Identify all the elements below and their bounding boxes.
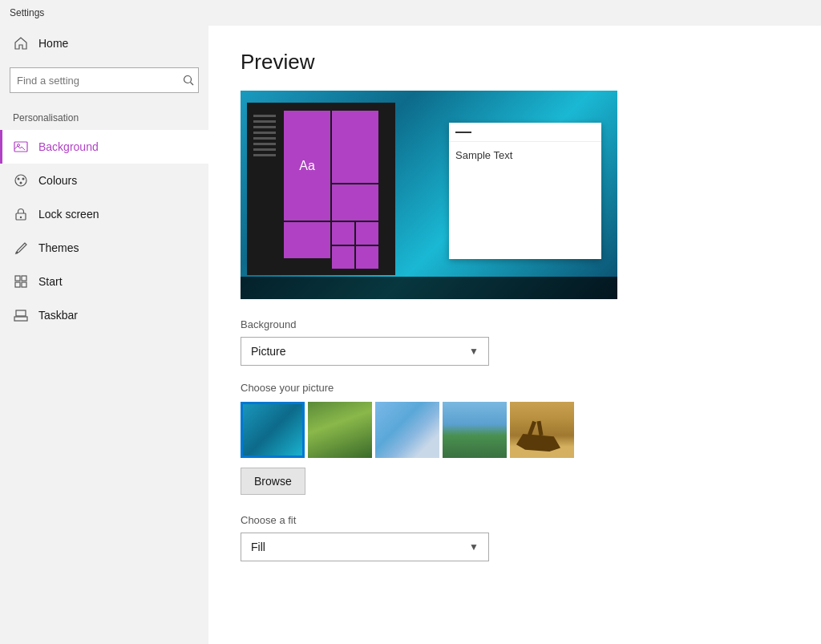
- search-button[interactable]: [183, 75, 194, 86]
- sidebar: Home Personalisation: [0, 26, 208, 644]
- palette-icon: [13, 172, 29, 188]
- svg-point-5: [18, 178, 20, 180]
- search-input[interactable]: [10, 67, 199, 93]
- preview-dialog: Sample Text: [449, 123, 601, 259]
- svg-point-4: [15, 175, 26, 186]
- sidebar-item-lock-screen[interactable]: Lock screen: [0, 197, 208, 231]
- home-nav-item[interactable]: Home: [0, 26, 208, 61]
- svg-point-10: [16, 252, 18, 254]
- preview-container: Aa: [241, 91, 617, 299]
- lock-icon: [13, 206, 29, 222]
- search-box: [10, 67, 199, 93]
- brush-icon: [13, 240, 29, 256]
- sidebar-item-themes[interactable]: Themes: [0, 231, 208, 265]
- start-label: Start: [38, 275, 63, 288]
- picture-thumbnails: [241, 402, 789, 458]
- home-icon: [13, 35, 29, 51]
- sample-text: Sample Text: [455, 149, 512, 161]
- image-icon: [13, 139, 29, 155]
- sidebar-item-taskbar[interactable]: Taskbar: [0, 298, 208, 332]
- sidebar-item-start[interactable]: Start: [0, 265, 208, 298]
- colours-label: Colours: [38, 174, 77, 187]
- background-label: Background: [38, 140, 99, 153]
- app-title: Settings: [10, 7, 44, 18]
- background-dropdown[interactable]: Picture ▼: [241, 337, 489, 366]
- svg-rect-14: [22, 282, 26, 287]
- page-title: Preview: [241, 50, 789, 75]
- choose-fit-label: Choose a fit: [241, 514, 789, 526]
- preview-taskbar: [241, 277, 617, 299]
- themes-label: Themes: [38, 241, 79, 254]
- home-label: Home: [38, 37, 68, 50]
- background-section-label: Background: [241, 318, 789, 330]
- background-dropdown-arrow: ▼: [469, 346, 479, 357]
- fit-dropdown-arrow: ▼: [469, 541, 479, 553]
- thumbnail-5[interactable]: [510, 402, 574, 458]
- svg-rect-16: [16, 310, 26, 316]
- preview-background: Aa: [241, 91, 617, 299]
- svg-rect-12: [22, 276, 26, 281]
- sidebar-item-background[interactable]: Background: [0, 130, 208, 164]
- taskbar-label: Taskbar: [38, 309, 78, 322]
- fit-dropdown[interactable]: Fill ▼: [241, 533, 489, 561]
- choose-picture-label: Choose your picture: [241, 382, 789, 394]
- svg-rect-15: [14, 317, 27, 321]
- personalisation-label: Personalisation: [0, 106, 208, 130]
- thumbnail-2[interactable]: [308, 402, 372, 458]
- fit-dropdown-value: Fill: [251, 541, 265, 553]
- svg-point-6: [22, 178, 25, 180]
- thumbnail-3[interactable]: [375, 402, 439, 458]
- background-dropdown-value: Picture: [251, 345, 286, 358]
- browse-button[interactable]: Browse: [241, 468, 305, 495]
- svg-point-7: [20, 182, 22, 184]
- thumbnail-4[interactable]: [443, 402, 507, 458]
- svg-point-0: [184, 76, 192, 83]
- lock-screen-label: Lock screen: [38, 208, 99, 221]
- preview-titlebar-line: [455, 132, 471, 133]
- main-content: Preview: [208, 26, 821, 644]
- start-icon: [13, 273, 29, 290]
- svg-rect-11: [15, 276, 20, 281]
- svg-rect-13: [15, 282, 20, 287]
- sidebar-item-colours[interactable]: Colours: [0, 164, 208, 197]
- thumbnail-1[interactable]: [241, 402, 305, 458]
- taskbar-icon: [13, 307, 29, 323]
- background-dropdown-container: Picture ▼: [241, 337, 489, 366]
- svg-line-1: [191, 83, 194, 86]
- svg-point-9: [20, 217, 22, 218]
